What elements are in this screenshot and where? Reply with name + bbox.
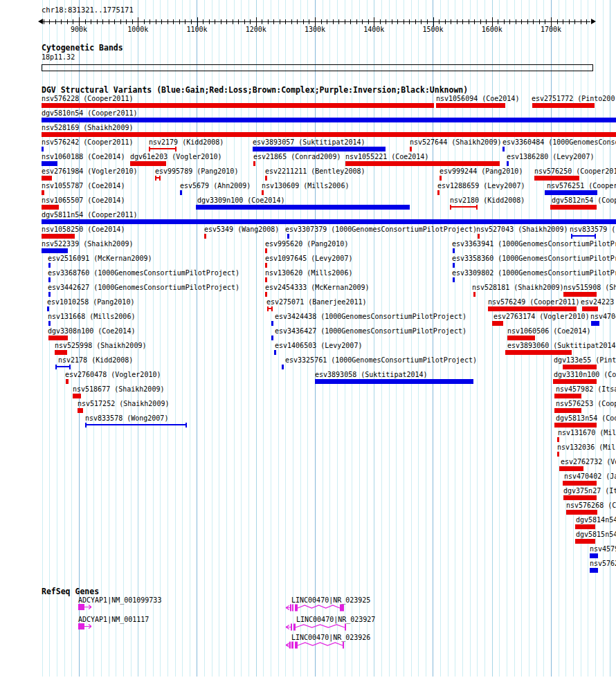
variant-label[interactable]: nsv4579: [590, 545, 616, 553]
variant-label[interactable]: dgv5811n54 (Cooper2011): [42, 211, 137, 219]
variant-label[interactable]: dgv61e203 (Vogler2010): [130, 153, 221, 160]
variant-tick[interactable]: [271, 321, 273, 326]
variant-bar[interactable]: [196, 205, 410, 210]
variant-label[interactable]: esv2763174 (Vogler2010): [493, 313, 589, 320]
variant-tick[interactable]: [42, 147, 44, 151]
variant-bar[interactable]: [559, 466, 583, 471]
variant-label[interactable]: esv999244 (Pang2010): [440, 167, 523, 175]
variant-tick[interactable]: [557, 437, 559, 442]
variant-label[interactable]: esv1010258 (Pang2010): [47, 298, 134, 306]
variant-label[interactable]: esv3363941 (1000GenomesConsortiumPilotPr: [452, 240, 616, 248]
variant-tick[interactable]: [473, 292, 475, 297]
variant-bar[interactable]: [532, 103, 595, 108]
variant-label[interactable]: nsv525998 (Shaikh2009): [55, 342, 146, 349]
variant-label[interactable]: esv2761984 (Vogler2010): [42, 167, 137, 175]
variant-label[interactable]: esv995620 (Pang2010): [265, 240, 348, 248]
variant-label[interactable]: dgv5813n54 (Coo: [556, 414, 616, 422]
variant-label[interactable]: esv3368760 (1000GenomesConsortiumPilotPr…: [48, 269, 239, 277]
variant-label[interactable]: nsv2179 (Kidd2008): [149, 138, 224, 146]
variant-label[interactable]: nsv132036 (Mil: [557, 443, 615, 451]
variant-label[interactable]: nsv576268 (C: [566, 502, 616, 509]
variant-tick[interactable]: [204, 234, 206, 239]
variant-tick[interactable]: [42, 190, 44, 195]
variant-label[interactable]: nsv1060506 (Coe2014): [507, 327, 590, 335]
variant-label[interactable]: esv3309802 (1000GenomesConsortiumPilotPr: [452, 269, 616, 277]
variant-label[interactable]: esv1386280 (Levy2007): [507, 153, 594, 160]
variant-label[interactable]: esv3436427 (1000GenomesConsortiumPilotPr…: [275, 327, 466, 335]
variant-label[interactable]: dgv375n27 (It: [563, 487, 616, 495]
variant-bracket[interactable]: [155, 176, 161, 181]
variant-label[interactable]: dgv5810n54 (Cooper2011): [42, 109, 137, 117]
variant-label[interactable]: esv1288659 (Levy2007): [437, 182, 525, 190]
variant-bar[interactable]: [505, 350, 572, 355]
variant-label[interactable]: nsv131668 (Mills2006): [48, 313, 135, 320]
variant-label[interactable]: nsv5762: [590, 560, 616, 567]
variant-bar[interactable]: [253, 147, 386, 151]
variant-bar[interactable]: [42, 248, 68, 253]
variant-bar[interactable]: [554, 408, 581, 413]
variant-label[interactable]: esv1097645 (Levy2007): [265, 255, 352, 262]
variant-bar[interactable]: [73, 394, 81, 398]
variant-bar[interactable]: [575, 524, 595, 529]
variant-tick[interactable]: [274, 350, 276, 355]
variant-label[interactable]: nsv130620 (Mills2006): [265, 269, 352, 277]
variant-tick[interactable]: [282, 365, 284, 369]
variant-label[interactable]: esv21865 (Conrad2009): [253, 153, 341, 160]
variant-label[interactable]: nsv528181 (Shaikh2009): [472, 284, 563, 291]
variant-tick[interactable]: [262, 190, 264, 195]
variant-bar[interactable]: [566, 510, 597, 515]
variant-label[interactable]: esv24223: [581, 298, 614, 306]
variant-label[interactable]: nsv576242 (Cooper2011): [42, 138, 133, 146]
variant-label[interactable]: esv995789 (Pang2010): [155, 167, 238, 175]
variant-bar[interactable]: [78, 408, 83, 413]
variant-label[interactable]: nsv528169 (Shaikh2009): [42, 124, 133, 131]
variant-label[interactable]: nsv517252 (Shaikh2009): [78, 400, 169, 407]
variant-label[interactable]: nsv576250 (Cooper201: [534, 167, 616, 175]
variant-label[interactable]: nsv1060188 (Coe2014): [42, 153, 125, 160]
variant-label[interactable]: nsv1056094 (Coe2014): [436, 95, 519, 102]
variant-tick[interactable]: [48, 321, 51, 326]
variant-label[interactable]: dgv5815n54: [576, 531, 616, 538]
variant-bar[interactable]: [553, 379, 597, 384]
variant-bar[interactable]: [436, 103, 505, 108]
variant-tick[interactable]: [265, 176, 267, 181]
variant-bar[interactable]: [507, 336, 535, 340]
variant-label[interactable]: esv3307379 (1000GenomesConsortiumPilotPr…: [285, 226, 477, 233]
variant-bar[interactable]: [42, 103, 434, 108]
variant-tick[interactable]: [265, 248, 267, 253]
variant-label[interactable]: dgv5814n54: [576, 516, 616, 524]
cytoband-box[interactable]: [42, 64, 593, 71]
gene-glyph[interactable]: [78, 603, 96, 612]
variant-tick[interactable]: [265, 277, 267, 282]
variant-bracket[interactable]: [149, 147, 176, 151]
gene-glyph[interactable]: [280, 641, 347, 650]
variant-label[interactable]: nsv4704: [590, 313, 616, 320]
variant-label[interactable]: esv2454333 (McKernan2009): [265, 284, 370, 291]
variant-bar[interactable]: [545, 190, 597, 195]
variant-bar[interactable]: [554, 394, 581, 398]
variant-bar[interactable]: [488, 306, 577, 311]
variant-label[interactable]: esv3360484 (1000GenomesConso: [502, 138, 616, 146]
variant-bracket[interactable]: [55, 365, 71, 369]
variant-label[interactable]: esv2762732 (Vo: [561, 458, 616, 466]
variant-label[interactable]: nsv576249 (Cooper2011): [488, 298, 579, 306]
variant-label[interactable]: nsv1055787 (Coe2014): [42, 182, 125, 190]
variant-bar[interactable]: [42, 234, 75, 239]
variant-tick[interactable]: [265, 292, 267, 297]
variant-bar[interactable]: [563, 495, 597, 500]
variant-bracket[interactable]: [571, 234, 596, 239]
variant-label[interactable]: nsv576253 (Coop: [556, 400, 616, 407]
variant-label[interactable]: esv2751772 (Pinto200: [532, 95, 615, 102]
variant-tick[interactable]: [66, 379, 69, 384]
variant-tick[interactable]: [47, 306, 49, 311]
variant-tick[interactable]: [437, 190, 440, 195]
variant-bar[interactable]: [42, 176, 52, 181]
variant-bracket[interactable]: [450, 205, 478, 210]
variant-label[interactable]: esv3424438 (1000GenomesConsortiumPilotPr…: [275, 313, 466, 320]
variant-label[interactable]: nsv522339 (Shaikh2009): [42, 240, 133, 248]
variant-bar[interactable]: [590, 568, 598, 573]
variant-label[interactable]: nsv527043 (Shaikh2009): [476, 226, 568, 233]
variant-tick[interactable]: [453, 248, 455, 253]
variant-label[interactable]: nsv515908 (Sh: [563, 284, 616, 291]
variant-tick[interactable]: [453, 277, 455, 282]
